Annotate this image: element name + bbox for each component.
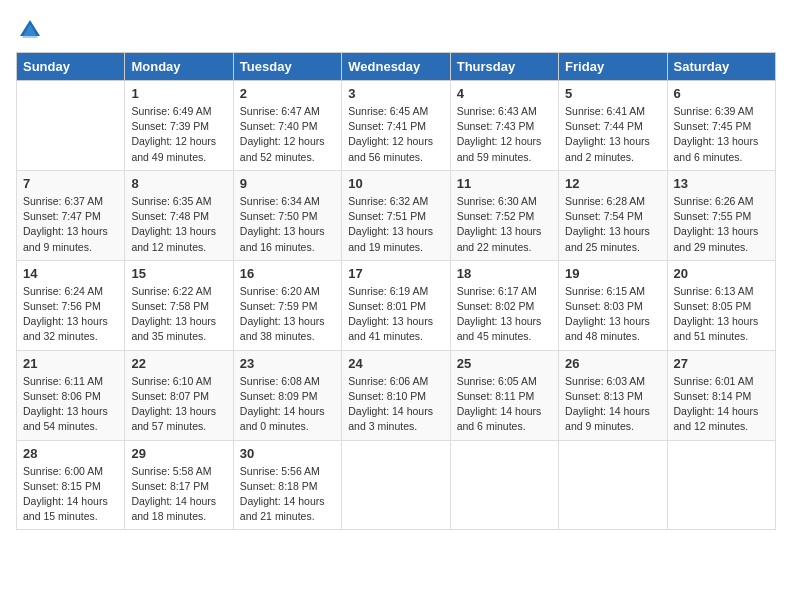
calendar-cell: 8Sunrise: 6:35 AM Sunset: 7:48 PM Daylig… (125, 170, 233, 260)
day-number: 26 (565, 356, 660, 371)
day-number: 16 (240, 266, 335, 281)
day-number: 14 (23, 266, 118, 281)
day-number: 25 (457, 356, 552, 371)
header-cell-monday: Monday (125, 53, 233, 81)
day-number: 21 (23, 356, 118, 371)
cell-content: Sunrise: 6:35 AM Sunset: 7:48 PM Dayligh… (131, 194, 226, 255)
calendar-cell: 29Sunrise: 5:58 AM Sunset: 8:17 PM Dayli… (125, 440, 233, 530)
calendar-cell: 30Sunrise: 5:56 AM Sunset: 8:18 PM Dayli… (233, 440, 341, 530)
calendar-cell: 3Sunrise: 6:45 AM Sunset: 7:41 PM Daylig… (342, 81, 450, 171)
calendar-cell: 17Sunrise: 6:19 AM Sunset: 8:01 PM Dayli… (342, 260, 450, 350)
cell-content: Sunrise: 6:20 AM Sunset: 7:59 PM Dayligh… (240, 284, 335, 345)
cell-content: Sunrise: 6:26 AM Sunset: 7:55 PM Dayligh… (674, 194, 769, 255)
cell-content: Sunrise: 6:45 AM Sunset: 7:41 PM Dayligh… (348, 104, 443, 165)
cell-content: Sunrise: 6:47 AM Sunset: 7:40 PM Dayligh… (240, 104, 335, 165)
day-number: 11 (457, 176, 552, 191)
calendar-cell: 9Sunrise: 6:34 AM Sunset: 7:50 PM Daylig… (233, 170, 341, 260)
calendar-cell: 27Sunrise: 6:01 AM Sunset: 8:14 PM Dayli… (667, 350, 775, 440)
calendar-cell: 6Sunrise: 6:39 AM Sunset: 7:45 PM Daylig… (667, 81, 775, 171)
calendar-cell: 22Sunrise: 6:10 AM Sunset: 8:07 PM Dayli… (125, 350, 233, 440)
cell-content: Sunrise: 5:56 AM Sunset: 8:18 PM Dayligh… (240, 464, 335, 525)
cell-content: Sunrise: 6:41 AM Sunset: 7:44 PM Dayligh… (565, 104, 660, 165)
week-row-1: 1Sunrise: 6:49 AM Sunset: 7:39 PM Daylig… (17, 81, 776, 171)
cell-content: Sunrise: 6:01 AM Sunset: 8:14 PM Dayligh… (674, 374, 769, 435)
week-row-4: 21Sunrise: 6:11 AM Sunset: 8:06 PM Dayli… (17, 350, 776, 440)
cell-content: Sunrise: 6:19 AM Sunset: 8:01 PM Dayligh… (348, 284, 443, 345)
day-number: 28 (23, 446, 118, 461)
calendar-cell: 14Sunrise: 6:24 AM Sunset: 7:56 PM Dayli… (17, 260, 125, 350)
calendar-cell: 11Sunrise: 6:30 AM Sunset: 7:52 PM Dayli… (450, 170, 558, 260)
cell-content: Sunrise: 6:22 AM Sunset: 7:58 PM Dayligh… (131, 284, 226, 345)
day-number: 3 (348, 86, 443, 101)
cell-content: Sunrise: 6:28 AM Sunset: 7:54 PM Dayligh… (565, 194, 660, 255)
calendar-cell: 13Sunrise: 6:26 AM Sunset: 7:55 PM Dayli… (667, 170, 775, 260)
calendar-cell (667, 440, 775, 530)
cell-content: Sunrise: 6:30 AM Sunset: 7:52 PM Dayligh… (457, 194, 552, 255)
day-number: 13 (674, 176, 769, 191)
page-header (16, 16, 776, 44)
cell-content: Sunrise: 6:11 AM Sunset: 8:06 PM Dayligh… (23, 374, 118, 435)
calendar-cell: 5Sunrise: 6:41 AM Sunset: 7:44 PM Daylig… (559, 81, 667, 171)
day-number: 7 (23, 176, 118, 191)
calendar-cell (450, 440, 558, 530)
calendar-cell: 2Sunrise: 6:47 AM Sunset: 7:40 PM Daylig… (233, 81, 341, 171)
week-row-2: 7Sunrise: 6:37 AM Sunset: 7:47 PM Daylig… (17, 170, 776, 260)
day-number: 18 (457, 266, 552, 281)
calendar-cell: 28Sunrise: 6:00 AM Sunset: 8:15 PM Dayli… (17, 440, 125, 530)
header-cell-wednesday: Wednesday (342, 53, 450, 81)
calendar-cell: 15Sunrise: 6:22 AM Sunset: 7:58 PM Dayli… (125, 260, 233, 350)
cell-content: Sunrise: 6:24 AM Sunset: 7:56 PM Dayligh… (23, 284, 118, 345)
cell-content: Sunrise: 6:15 AM Sunset: 8:03 PM Dayligh… (565, 284, 660, 345)
day-number: 19 (565, 266, 660, 281)
day-number: 6 (674, 86, 769, 101)
calendar-cell: 10Sunrise: 6:32 AM Sunset: 7:51 PM Dayli… (342, 170, 450, 260)
calendar-cell: 25Sunrise: 6:05 AM Sunset: 8:11 PM Dayli… (450, 350, 558, 440)
cell-content: Sunrise: 6:43 AM Sunset: 7:43 PM Dayligh… (457, 104, 552, 165)
calendar-cell: 4Sunrise: 6:43 AM Sunset: 7:43 PM Daylig… (450, 81, 558, 171)
calendar-table: SundayMondayTuesdayWednesdayThursdayFrid… (16, 52, 776, 530)
cell-content: Sunrise: 5:58 AM Sunset: 8:17 PM Dayligh… (131, 464, 226, 525)
calendar-body: 1Sunrise: 6:49 AM Sunset: 7:39 PM Daylig… (17, 81, 776, 530)
cell-content: Sunrise: 6:05 AM Sunset: 8:11 PM Dayligh… (457, 374, 552, 435)
day-number: 30 (240, 446, 335, 461)
calendar-cell: 7Sunrise: 6:37 AM Sunset: 7:47 PM Daylig… (17, 170, 125, 260)
header-row: SundayMondayTuesdayWednesdayThursdayFrid… (17, 53, 776, 81)
calendar-cell: 23Sunrise: 6:08 AM Sunset: 8:09 PM Dayli… (233, 350, 341, 440)
day-number: 4 (457, 86, 552, 101)
header-cell-saturday: Saturday (667, 53, 775, 81)
day-number: 27 (674, 356, 769, 371)
calendar-cell (342, 440, 450, 530)
day-number: 8 (131, 176, 226, 191)
day-number: 17 (348, 266, 443, 281)
day-number: 15 (131, 266, 226, 281)
header-cell-friday: Friday (559, 53, 667, 81)
day-number: 12 (565, 176, 660, 191)
cell-content: Sunrise: 6:13 AM Sunset: 8:05 PM Dayligh… (674, 284, 769, 345)
day-number: 24 (348, 356, 443, 371)
cell-content: Sunrise: 6:08 AM Sunset: 8:09 PM Dayligh… (240, 374, 335, 435)
calendar-cell: 1Sunrise: 6:49 AM Sunset: 7:39 PM Daylig… (125, 81, 233, 171)
day-number: 23 (240, 356, 335, 371)
cell-content: Sunrise: 6:39 AM Sunset: 7:45 PM Dayligh… (674, 104, 769, 165)
header-cell-tuesday: Tuesday (233, 53, 341, 81)
header-cell-sunday: Sunday (17, 53, 125, 81)
calendar-cell: 21Sunrise: 6:11 AM Sunset: 8:06 PM Dayli… (17, 350, 125, 440)
day-number: 2 (240, 86, 335, 101)
day-number: 1 (131, 86, 226, 101)
cell-content: Sunrise: 6:49 AM Sunset: 7:39 PM Dayligh… (131, 104, 226, 165)
calendar-cell: 20Sunrise: 6:13 AM Sunset: 8:05 PM Dayli… (667, 260, 775, 350)
header-cell-thursday: Thursday (450, 53, 558, 81)
calendar-cell: 19Sunrise: 6:15 AM Sunset: 8:03 PM Dayli… (559, 260, 667, 350)
cell-content: Sunrise: 6:34 AM Sunset: 7:50 PM Dayligh… (240, 194, 335, 255)
calendar-cell (17, 81, 125, 171)
week-row-3: 14Sunrise: 6:24 AM Sunset: 7:56 PM Dayli… (17, 260, 776, 350)
day-number: 5 (565, 86, 660, 101)
cell-content: Sunrise: 6:32 AM Sunset: 7:51 PM Dayligh… (348, 194, 443, 255)
cell-content: Sunrise: 6:17 AM Sunset: 8:02 PM Dayligh… (457, 284, 552, 345)
week-row-5: 28Sunrise: 6:00 AM Sunset: 8:15 PM Dayli… (17, 440, 776, 530)
calendar-cell: 24Sunrise: 6:06 AM Sunset: 8:10 PM Dayli… (342, 350, 450, 440)
calendar-cell (559, 440, 667, 530)
cell-content: Sunrise: 6:10 AM Sunset: 8:07 PM Dayligh… (131, 374, 226, 435)
day-number: 9 (240, 176, 335, 191)
calendar-cell: 12Sunrise: 6:28 AM Sunset: 7:54 PM Dayli… (559, 170, 667, 260)
